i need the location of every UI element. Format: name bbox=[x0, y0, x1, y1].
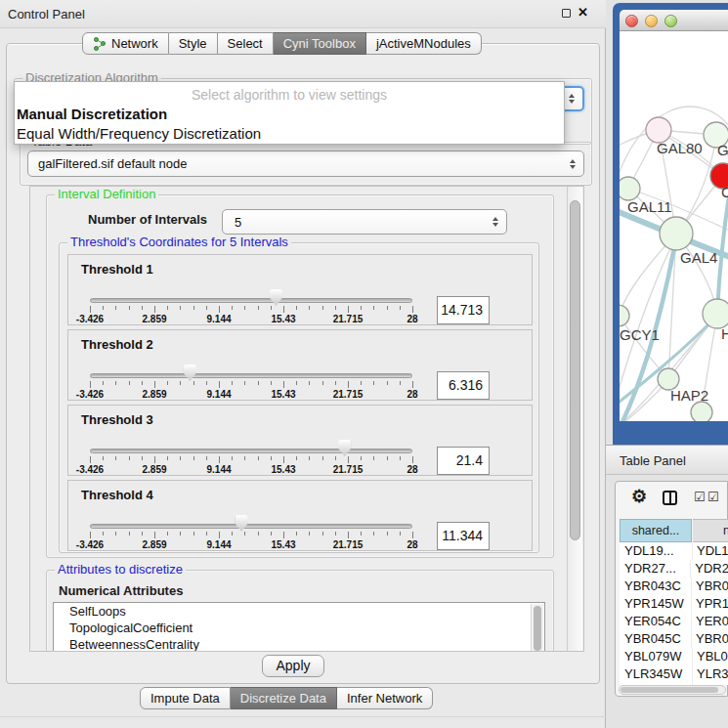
number-of-intervals-combo[interactable]: 5 bbox=[222, 209, 507, 235]
tick-mark bbox=[296, 381, 297, 385]
network-node-gcy1-node[interactable] bbox=[620, 305, 629, 326]
combo-stepper-icon[interactable] bbox=[570, 159, 576, 169]
tick-mark bbox=[335, 456, 336, 460]
dropdown-option-equal-width-frequency[interactable]: Equal Width/Frequency Discretization bbox=[15, 124, 564, 144]
threshold-value-field[interactable]: 11.344 bbox=[437, 522, 490, 550]
tab-label: jActiveMNodules bbox=[376, 36, 471, 51]
slider-track[interactable] bbox=[90, 373, 412, 378]
table-cell[interactable]: YBL079W bbox=[620, 648, 693, 665]
table-cell[interactable]: YBR045C bbox=[620, 630, 692, 648]
network-node-gal4-node[interactable] bbox=[660, 217, 693, 250]
table-cell[interactable]: YPR1 bbox=[692, 595, 728, 613]
table-cell[interactable]: YLR3 bbox=[693, 665, 728, 683]
list-item[interactable]: TopologicalCoefficient bbox=[54, 620, 544, 636]
combo-stepper-icon[interactable] bbox=[492, 217, 498, 227]
combo-stepper-icon[interactable] bbox=[569, 94, 575, 104]
tick-mark bbox=[193, 532, 194, 535]
columns-icon[interactable] bbox=[663, 491, 677, 505]
table-row[interactable]: YBR043CYBR0 bbox=[620, 578, 728, 595]
table-cell[interactable]: YPR145W bbox=[620, 595, 692, 613]
slider-thumb[interactable] bbox=[338, 440, 351, 456]
dropdown-option-manual-discretization[interactable]: Manual Discretization bbox=[15, 105, 564, 124]
table-row[interactable]: YBR045CYBR0 bbox=[620, 630, 728, 648]
table-row[interactable]: YER054CYER0 bbox=[620, 613, 728, 630]
tab-label: Discretize Data bbox=[240, 691, 326, 706]
column-header-shared-name[interactable]: shared... bbox=[620, 519, 692, 542]
table-row[interactable]: YLR345WYLR3 bbox=[620, 665, 728, 683]
table-cell[interactable]: YLR345W bbox=[620, 665, 693, 683]
close-icon[interactable]: ✕ bbox=[578, 5, 588, 20]
tick-mark bbox=[335, 306, 336, 310]
table-row[interactable]: YPR145WYPR1 bbox=[620, 595, 728, 613]
tick-mark bbox=[103, 456, 104, 460]
settings-scrollbar[interactable] bbox=[567, 187, 582, 651]
tab-style[interactable]: Style bbox=[169, 32, 218, 55]
tick-mark bbox=[296, 456, 297, 460]
table-cell[interactable]: YBR0 bbox=[692, 630, 728, 648]
tab-network[interactable]: Network bbox=[82, 32, 169, 55]
tab-impute-data[interactable]: Impute Data bbox=[140, 687, 231, 709]
zoom-traffic-light-icon[interactable] bbox=[664, 15, 677, 27]
apply-button[interactable]: Apply bbox=[262, 655, 324, 677]
threshold-label: Threshold 4 bbox=[81, 488, 153, 502]
table-cell[interactable]: YBR0 bbox=[692, 578, 728, 595]
network-icon bbox=[93, 37, 107, 51]
tick-mark bbox=[154, 306, 155, 313]
slider-thumb[interactable] bbox=[270, 289, 282, 306]
slider-thumb[interactable] bbox=[236, 515, 248, 532]
table-cell[interactable]: YBL0 bbox=[693, 648, 728, 665]
table-cell[interactable]: YER0 bbox=[692, 613, 728, 630]
checkbox-icon[interactable]: ☑ bbox=[707, 490, 719, 504]
top-tab-bar: NetworkStyleSelectCyni ToolboxjActiveMNo… bbox=[82, 32, 482, 55]
tab-select[interactable]: Select bbox=[218, 32, 274, 55]
tick-mark bbox=[309, 381, 310, 385]
tick-mark bbox=[335, 532, 336, 535]
tick-mark bbox=[296, 532, 297, 535]
table-row[interactable]: YDR27...YDR2 bbox=[620, 560, 728, 578]
network-node-gal11-node[interactable] bbox=[620, 177, 640, 200]
close-traffic-light-icon[interactable] bbox=[625, 15, 638, 27]
table-cell[interactable]: YDL19... bbox=[620, 542, 693, 560]
list-scrollbar[interactable] bbox=[531, 604, 543, 652]
checkbox-icon[interactable]: ☑ bbox=[694, 490, 706, 504]
tab-label: Cyni Toolbox bbox=[283, 36, 356, 51]
table-row[interactable]: YBL079WYBL0 bbox=[620, 648, 728, 665]
tick-mark bbox=[322, 456, 323, 460]
list-item[interactable]: BetweennessCentrality bbox=[54, 636, 544, 652]
network-canvas[interactable]: GAL80GCGAL11GAL4GCY1HHAP2 bbox=[620, 31, 728, 421]
float-icon[interactable] bbox=[562, 9, 571, 18]
slider-thumb[interactable] bbox=[184, 364, 196, 381]
tick-label: -3.426 bbox=[76, 464, 104, 475]
tick-mark bbox=[90, 381, 91, 388]
table-cell[interactable]: YBR043C bbox=[620, 578, 692, 595]
table-cell[interactable]: YDL1 bbox=[693, 542, 728, 560]
tick-mark bbox=[322, 532, 323, 535]
table-cell[interactable]: YDR27... bbox=[620, 560, 691, 578]
table-cell[interactable]: YDR2 bbox=[691, 560, 728, 578]
minimize-traffic-light-icon[interactable] bbox=[645, 15, 658, 27]
slider-track[interactable] bbox=[90, 449, 412, 453]
tab-cyni-toolbox[interactable]: Cyni Toolbox bbox=[274, 32, 366, 55]
column-header-name[interactable]: n bbox=[693, 519, 728, 542]
table-horizontal-scrollbar[interactable] bbox=[619, 685, 726, 695]
scrollbar-thumb[interactable] bbox=[570, 200, 580, 540]
list-item[interactable]: SelfLoops bbox=[54, 603, 544, 620]
number-of-intervals-value: 5 bbox=[223, 215, 241, 230]
table-data-combo[interactable]: galFiltered.sif default node bbox=[27, 150, 584, 177]
table-cell[interactable]: YER054C bbox=[620, 613, 692, 630]
tab-jactivemnodules[interactable]: jActiveMNodules bbox=[366, 32, 482, 55]
tab-discretize-data[interactable]: Discretize Data bbox=[231, 687, 337, 709]
network-node-bottom-node[interactable] bbox=[691, 402, 712, 421]
slider-track[interactable] bbox=[90, 298, 412, 303]
threshold-value-field[interactable]: 21.4 bbox=[437, 447, 490, 475]
threshold-value-field[interactable]: 14.713 bbox=[437, 296, 490, 324]
scrollbar-thumb[interactable] bbox=[621, 687, 718, 693]
threshold-value-field[interactable]: 6.316 bbox=[437, 371, 490, 400]
network-node-right-mid-node[interactable] bbox=[703, 299, 728, 328]
tab-infer-network[interactable]: Infer Network bbox=[337, 687, 433, 709]
scrollbar-thumb[interactable] bbox=[534, 606, 541, 651]
tick-mark bbox=[335, 381, 336, 385]
gear-icon[interactable]: ⚙ bbox=[631, 486, 647, 507]
slider-track[interactable] bbox=[90, 524, 412, 529]
table-row[interactable]: YDL19...YDL1 bbox=[620, 542, 728, 560]
